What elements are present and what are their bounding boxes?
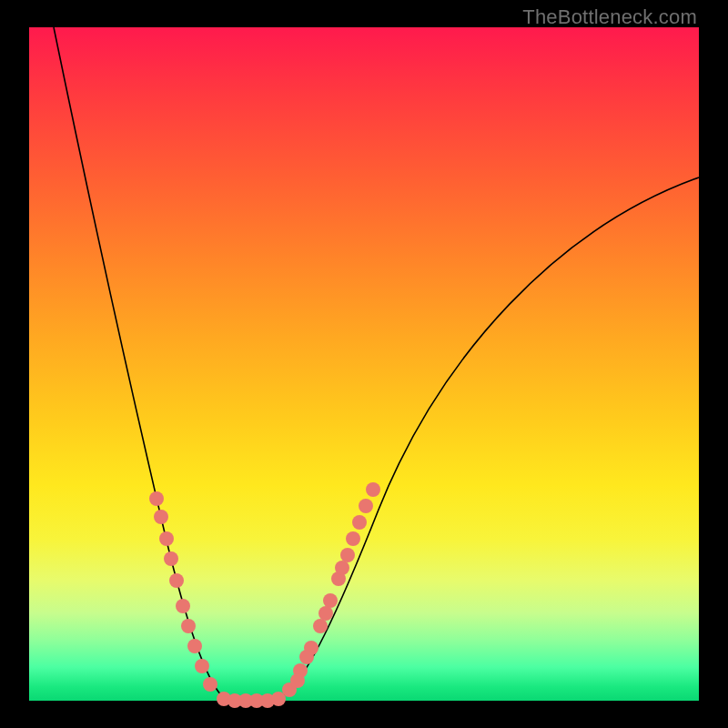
watermark-text: TheBottleneck.com — [522, 5, 697, 29]
bead-left — [149, 491, 164, 506]
bead-right — [366, 482, 380, 497]
bead-right — [290, 673, 305, 688]
plot-area — [29, 27, 699, 701]
bead-left — [181, 619, 196, 633]
bead-left — [164, 551, 178, 566]
curve-svg — [29, 27, 699, 701]
bead-right — [340, 548, 355, 562]
bead-left — [176, 599, 190, 613]
bead-right — [313, 619, 328, 633]
bead-right — [299, 650, 314, 664]
bead-right — [352, 515, 367, 530]
bead-left — [159, 531, 174, 546]
bead-left — [169, 573, 184, 588]
bead-right — [335, 561, 349, 575]
outer-frame: TheBottleneck.com — [0, 0, 728, 728]
bead-left — [154, 510, 168, 524]
left-branch-path — [54, 27, 237, 701]
beads-group — [149, 482, 380, 708]
bead-left — [203, 677, 217, 692]
bead-left — [195, 659, 209, 673]
bead-right — [318, 606, 333, 621]
bead-right — [323, 593, 338, 608]
bead-right — [346, 531, 360, 546]
right-branch-path — [273, 177, 699, 701]
bead-right — [359, 499, 373, 513]
bead-left — [187, 639, 202, 653]
